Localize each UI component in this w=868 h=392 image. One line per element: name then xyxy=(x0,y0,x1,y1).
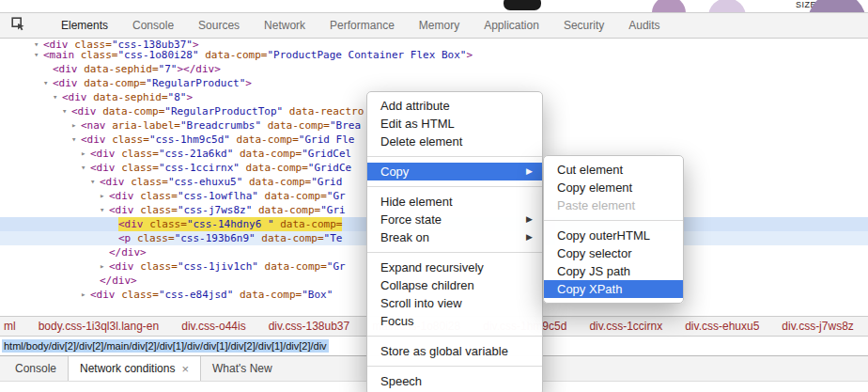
tab-performance[interactable]: Performance xyxy=(318,13,407,38)
tab-network[interactable]: Network xyxy=(252,13,318,38)
code-segment: data-comp= xyxy=(261,232,323,244)
tab-application[interactable]: Application xyxy=(472,13,551,38)
tab-security[interactable]: Security xyxy=(551,13,616,38)
expand-arrow-icon[interactable]: ▾ xyxy=(100,203,109,217)
devtools-tabbar: ElementsConsoleSourcesNetworkPerformance… xyxy=(0,13,868,39)
code-segment: data-sephid= xyxy=(93,91,167,103)
code-segment: data-comp= xyxy=(265,260,327,273)
menu-item-expand-recursively[interactable]: Expand recursively xyxy=(367,259,542,276)
menu-item-label: Copy element xyxy=(557,179,632,196)
breadcrumb-item[interactable]: div.css-1ccirnx xyxy=(589,320,662,333)
element-source: <div class="css-j7ws8z" data-comp="Gri xyxy=(109,203,346,217)
code-segment: "GridCe xyxy=(308,162,351,174)
tab-memory[interactable]: Memory xyxy=(407,13,472,38)
expand-arrow-icon[interactable]: ▾ xyxy=(53,90,62,104)
menu-item-collapse-children[interactable]: Collapse children xyxy=(367,276,542,294)
element-source: <div data-sephid="8"> xyxy=(62,90,193,104)
menu-item-force-state[interactable]: Force state▶ xyxy=(367,211,542,228)
page-strip: SIZE xyxy=(0,0,868,12)
tree-row[interactable]: <div data-sephid="7"></div> xyxy=(0,62,868,76)
breadcrumb-item[interactable]: div.css-o44is xyxy=(181,320,245,333)
expand-arrow-icon[interactable]: ▾ xyxy=(81,161,90,175)
menu-item-copy-element[interactable]: Copy element xyxy=(544,179,683,196)
menu-item-hide-element[interactable]: Hide element xyxy=(367,193,542,211)
close-icon[interactable]: × xyxy=(181,362,189,376)
breadcrumb-item[interactable]: body.css-1i3ql3l.lang-en xyxy=(39,320,160,333)
code-segment: data-comp= xyxy=(249,176,311,188)
page-dark-element xyxy=(504,0,541,10)
breadcrumb-item[interactable]: div.css-j7ws8z xyxy=(782,320,853,333)
menu-item-copy-js-path[interactable]: Copy JS path xyxy=(544,262,683,280)
menu-item-edit-as-html[interactable]: Edit as HTML xyxy=(367,115,542,133)
product-thumbnail-image xyxy=(708,0,746,12)
code-segment: data-comp= xyxy=(205,49,267,61)
collapse-arrow-icon[interactable]: ▸ xyxy=(81,147,90,161)
breadcrumb-item[interactable]: div.css-ehuxu5 xyxy=(685,320,759,333)
menu-item-label: Break on xyxy=(380,228,429,246)
code-segment: class= xyxy=(131,176,168,188)
breadcrumb-item[interactable]: div.css-138ub37 xyxy=(269,320,350,333)
code-segment: "css-138ub37" xyxy=(112,40,193,48)
menu-item-add-attribute[interactable]: Add attribute xyxy=(367,97,542,115)
code-segment: class= xyxy=(112,133,149,146)
code-segment: data-sephid= xyxy=(84,63,158,75)
menu-item-copy-selector[interactable]: Copy selector xyxy=(544,244,683,262)
tab-sources[interactable]: Sources xyxy=(186,13,252,38)
menu-item-focus[interactable]: Focus xyxy=(367,312,542,330)
tab-audits[interactable]: Audits xyxy=(616,13,672,38)
element-source: </div> xyxy=(100,274,137,288)
menu-item-delete-element[interactable]: Delete element xyxy=(367,133,542,150)
expand-arrow-icon[interactable]: ▾ xyxy=(62,104,71,118)
code-segment: ></div> xyxy=(177,63,220,75)
tab-console[interactable]: Console xyxy=(120,13,186,38)
find-query-text[interactable]: html/body/div[2]/div[2]/main/div[2]/div[… xyxy=(2,339,329,353)
menu-item-label: Collapse children xyxy=(380,276,474,294)
drawer-tab-console[interactable]: Console xyxy=(4,356,68,381)
code-segment: </div> xyxy=(100,274,137,287)
menu-item-scroll-into-view[interactable]: Scroll into view xyxy=(367,294,542,312)
drawer-tab-what-s-new[interactable]: What's New xyxy=(201,356,284,381)
code-segment: data-reactro xyxy=(289,105,364,118)
expand-arrow-icon[interactable]: ▾ xyxy=(71,133,81,147)
collapse-arrow-icon[interactable]: ▸ xyxy=(100,259,109,274)
menu-item-speech[interactable]: Speech xyxy=(367,372,542,390)
code-segment: data-comp= xyxy=(258,204,320,216)
code-segment: class= xyxy=(81,49,118,61)
menu-item-copy-outerhtml[interactable]: Copy outerHTML xyxy=(544,227,683,244)
menu-item-copy-xpath[interactable]: Copy XPath xyxy=(544,280,683,298)
code-segment: <div xyxy=(100,176,125,188)
code-segment: "css-193b6n9" xyxy=(175,232,256,244)
code-segment: "css-1owflha" xyxy=(178,190,258,202)
inspect-element-icon[interactable] xyxy=(11,17,25,35)
tree-row[interactable]: ▾<main class="css-1o80i28" data-comp="Pr… xyxy=(0,48,868,62)
menu-item-label: Edit as HTML xyxy=(380,115,455,133)
expand-arrow-icon[interactable]: ▾ xyxy=(90,175,100,189)
expand-arrow-icon[interactable]: ▾ xyxy=(34,48,43,62)
element-source: <div class="css-1owflha" data-comp="Gr xyxy=(109,189,346,203)
element-source: <nav aria-label="Breadcrumbs" data-comp=… xyxy=(81,118,361,133)
collapse-arrow-icon[interactable]: ▸ xyxy=(100,189,109,203)
code-segment: "css-e84jsd" xyxy=(159,289,233,301)
collapse-arrow-icon[interactable]: ▸ xyxy=(81,288,90,302)
tree-row[interactable]: ▾<div class="css-138ub37"> xyxy=(0,40,868,48)
code-segment xyxy=(233,289,240,301)
collapse-arrow-icon[interactable]: ▸ xyxy=(71,118,81,133)
tree-row[interactable]: ▾<div data-comp="RegularProduct"> xyxy=(0,76,868,90)
code-segment: <div xyxy=(118,218,144,230)
element-source: <div class="css-14hdny6 " data-comp= xyxy=(118,217,342,231)
tab-elements[interactable]: Elements xyxy=(49,13,120,38)
drawer-tab-network-conditions[interactable]: Network conditions× xyxy=(68,356,201,381)
menu-item-copy[interactable]: Copy▶ xyxy=(367,163,542,180)
menu-item-cut-element[interactable]: Cut element xyxy=(544,161,683,179)
element-source: <main class="css-1o80i28" data-comp="Pro… xyxy=(43,48,473,62)
menu-item-break-on[interactable]: Break on▶ xyxy=(367,228,542,246)
expand-arrow-icon[interactable]: ▾ xyxy=(34,40,43,48)
code-segment xyxy=(74,49,81,61)
breadcrumb-item[interactable]: ml xyxy=(4,320,16,333)
code-segment: class= xyxy=(140,204,178,216)
expand-arrow-icon[interactable]: ▾ xyxy=(43,76,53,90)
element-source: <div class="css-e84jsd" data-comp="Box" xyxy=(90,288,333,302)
menu-item-store-as-global-variable[interactable]: Store as global variable xyxy=(367,342,542,360)
code-segment: <div xyxy=(90,289,116,301)
menu-item-label: Force state xyxy=(380,211,442,228)
